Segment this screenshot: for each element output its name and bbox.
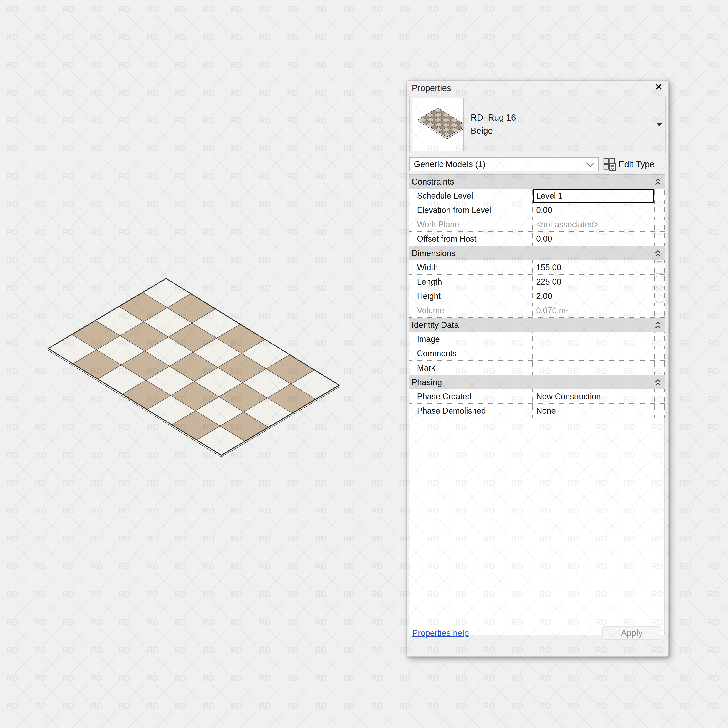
row-end-cell [654,332,665,346]
property-name: Height [409,289,532,303]
row-end-cell [654,203,665,217]
property-value[interactable]: 225.00 [532,275,654,289]
edit-type-label: Edit Type [619,159,655,169]
property-row-volume: Volume0.070 m³ [409,303,665,318]
property-value[interactable]: New Construction [532,390,654,403]
associate-parameter-button[interactable] [656,275,664,288]
section-title: Identity Data [409,320,459,330]
property-value[interactable]: 155.00 [532,260,654,274]
property-name: Phase Demolished [409,404,532,418]
row-end-cell [654,217,665,231]
property-grid: ConstraintsSchedule LevelLevel 1Elevatio… [409,174,665,635]
panel-title: Properties [412,83,451,93]
property-name: Image [409,332,532,346]
property-value[interactable]: 0.00 [532,203,654,217]
property-name: Schedule Level [409,189,532,203]
property-value: <not associated> [532,217,654,231]
property-row-image: Image [409,332,665,347]
associate-parameter-button[interactable] [656,290,664,302]
property-grid-empty-area [409,418,665,635]
edit-type-icon [603,158,616,171]
row-end-cell [654,260,665,274]
category-dropdown-value: Generic Models (1) [410,159,485,169]
property-name: Elevation from Level [409,203,532,217]
property-row-length: Length225.00 [409,275,665,289]
family-name: RD_Rug 16 [471,113,516,122]
section-header-phasing[interactable]: Phasing [409,375,665,390]
section-title: Constraints [409,177,454,187]
property-name: Volume [409,303,532,317]
property-name: Mark [409,361,532,375]
property-row-phase-created: Phase CreatedNew Construction [409,390,665,404]
collapse-section-icon[interactable] [655,379,661,386]
section-header-constraints[interactable]: Constraints [409,174,665,189]
row-end-cell [654,232,665,246]
collapse-section-icon[interactable] [655,178,661,186]
row-end-cell [654,390,665,403]
property-row-mark: Mark [409,361,665,375]
property-value[interactable] [532,361,654,375]
property-name: Length [409,275,532,289]
property-name: Width [409,260,532,274]
row-end-cell [654,347,665,360]
row-end-cell [654,189,665,203]
section-header-identity-data[interactable]: Identity Data [409,318,665,332]
associate-parameter-button[interactable] [656,261,664,274]
row-end-cell [654,289,665,303]
property-value[interactable]: 0.00 [532,232,654,246]
properties-help-link[interactable]: Properties help [412,629,469,638]
type-selector[interactable]: RD_Rug 16 Beige [409,96,666,153]
row-end-cell [654,404,665,418]
collapse-section-icon[interactable] [655,321,661,329]
collapse-section-icon[interactable] [655,249,661,257]
apply-button[interactable]: Apply [603,626,661,640]
chevron-down-icon [586,162,595,168]
property-value[interactable]: None [532,404,654,418]
property-row-width: Width155.00 [409,260,665,275]
property-value[interactable] [532,347,654,360]
row-end-cell [654,275,665,289]
type-preview-rug [412,98,463,151]
property-row-schedule-level: Schedule LevelLevel 1 [409,189,665,203]
type-name: Beige [471,126,493,136]
close-icon[interactable]: ✕ [655,83,662,92]
property-value: 0.070 m³ [532,303,654,317]
property-row-offset-from-host: Offset from Host0.00 [409,232,665,246]
property-row-height: Height2.00 [409,289,665,303]
row-end-cell [654,361,665,375]
property-row-comments: Comments [409,347,665,361]
property-value[interactable]: 2.00 [532,289,654,303]
edit-type-button[interactable]: Edit Type [603,157,667,171]
type-preview-image [411,98,464,151]
section-header-dimensions[interactable]: Dimensions [409,246,665,260]
property-name: Phase Created [409,390,532,403]
category-dropdown[interactable]: Generic Models (1) [409,158,598,171]
type-selector-dropdown-icon[interactable] [656,123,662,127]
property-row-work-plane: Work Plane<not associated> [409,217,665,232]
property-value[interactable] [532,332,654,346]
property-name: Comments [409,347,532,360]
property-row-elevation-from-level: Elevation from Level0.00 [409,203,665,217]
section-title: Phasing [409,378,442,387]
property-name: Offset from Host [409,232,532,246]
section-title: Dimensions [409,249,456,258]
category-row: Generic Models (1) Edit Type [409,158,667,171]
property-value[interactable]: Level 1 [532,189,654,203]
property-name: Work Plane [409,217,532,231]
properties-panel: Properties ✕ RD_Rug 16 Beige Generic Mod… [406,80,669,657]
property-row-phase-demolished: Phase DemolishedNone [409,404,665,418]
row-end-cell [654,303,665,317]
